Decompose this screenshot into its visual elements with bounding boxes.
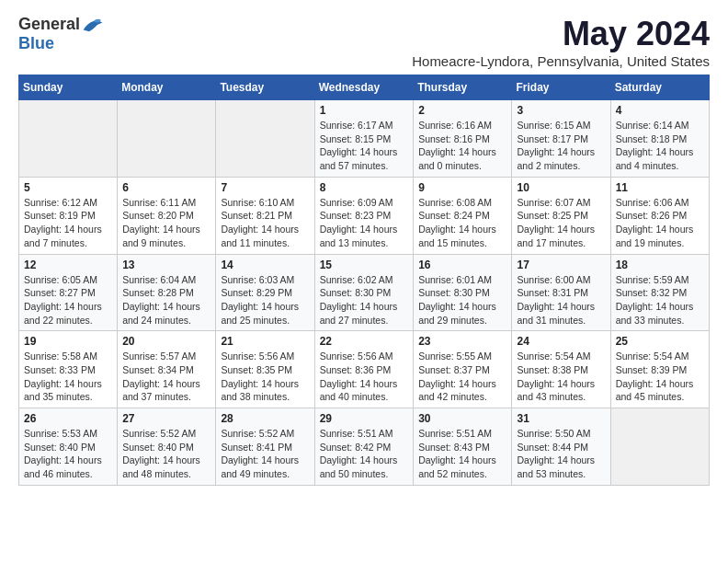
calendar-header-day: Thursday (414, 75, 512, 100)
day-number: 23 (418, 335, 506, 348)
day-info: Sunrise: 5:51 AM Sunset: 8:42 PM Dayligh… (320, 427, 409, 481)
calendar-cell: 25Sunrise: 5:54 AM Sunset: 8:39 PM Dayli… (610, 331, 709, 408)
day-info: Sunrise: 5:57 AM Sunset: 8:34 PM Dayligh… (122, 350, 210, 404)
calendar-header-day: Wednesday (314, 75, 414, 100)
calendar-week-row: 12Sunrise: 6:05 AM Sunset: 8:27 PM Dayli… (19, 254, 710, 331)
subtitle: Homeacre-Lyndora, Pennsylvania, United S… (412, 53, 710, 69)
day-info: Sunrise: 6:16 AM Sunset: 8:16 PM Dayligh… (418, 119, 506, 173)
calendar-week-row: 5Sunrise: 6:12 AM Sunset: 8:19 PM Daylig… (19, 177, 710, 254)
calendar-header-day: Friday (512, 75, 610, 100)
day-info: Sunrise: 6:01 AM Sunset: 8:30 PM Dayligh… (418, 273, 506, 327)
calendar-cell: 11Sunrise: 6:06 AM Sunset: 8:26 PM Dayli… (610, 177, 709, 254)
day-info: Sunrise: 5:53 AM Sunset: 8:40 PM Dayligh… (24, 427, 112, 481)
day-info: Sunrise: 5:58 AM Sunset: 8:33 PM Dayligh… (24, 350, 112, 404)
day-info: Sunrise: 5:50 AM Sunset: 8:44 PM Dayligh… (517, 427, 605, 481)
calendar-cell: 24Sunrise: 5:54 AM Sunset: 8:38 PM Dayli… (512, 331, 610, 408)
calendar-cell: 7Sunrise: 6:10 AM Sunset: 8:21 PM Daylig… (216, 177, 314, 254)
calendar-cell: 9Sunrise: 6:08 AM Sunset: 8:24 PM Daylig… (414, 177, 512, 254)
day-info: Sunrise: 6:11 AM Sunset: 8:20 PM Dayligh… (122, 196, 210, 250)
day-info: Sunrise: 6:05 AM Sunset: 8:27 PM Dayligh… (24, 273, 112, 327)
day-number: 21 (221, 335, 309, 348)
calendar-cell: 10Sunrise: 6:07 AM Sunset: 8:25 PM Dayli… (512, 177, 610, 254)
calendar-cell: 5Sunrise: 6:12 AM Sunset: 8:19 PM Daylig… (19, 177, 118, 254)
day-number: 4 (616, 104, 704, 117)
day-number: 9 (418, 181, 506, 194)
calendar-cell (610, 408, 709, 486)
day-info: Sunrise: 6:06 AM Sunset: 8:26 PM Dayligh… (616, 196, 704, 250)
day-info: Sunrise: 6:08 AM Sunset: 8:24 PM Dayligh… (418, 196, 506, 250)
logo-bird-icon (82, 16, 104, 34)
day-number: 7 (221, 181, 309, 194)
day-info: Sunrise: 6:14 AM Sunset: 8:18 PM Dayligh… (616, 119, 704, 173)
calendar-cell (19, 100, 118, 178)
calendar-cell: 13Sunrise: 6:04 AM Sunset: 8:28 PM Dayli… (118, 254, 216, 331)
logo-general-text: General (18, 15, 80, 34)
day-info: Sunrise: 5:51 AM Sunset: 8:43 PM Dayligh… (418, 427, 506, 481)
title-area: May 2024 Homeacre-Lyndora, Pennsylvania,… (412, 15, 710, 69)
calendar-cell: 27Sunrise: 5:52 AM Sunset: 8:40 PM Dayli… (118, 408, 216, 486)
calendar-cell: 1Sunrise: 6:17 AM Sunset: 8:15 PM Daylig… (314, 100, 414, 178)
calendar-cell: 4Sunrise: 6:14 AM Sunset: 8:18 PM Daylig… (610, 100, 709, 178)
calendar-cell: 12Sunrise: 6:05 AM Sunset: 8:27 PM Dayli… (19, 254, 118, 331)
calendar-header-day: Saturday (610, 75, 709, 100)
day-number: 14 (221, 259, 309, 271)
day-number: 8 (320, 181, 409, 194)
calendar-cell: 2Sunrise: 6:16 AM Sunset: 8:16 PM Daylig… (414, 100, 512, 178)
calendar-cell: 29Sunrise: 5:51 AM Sunset: 8:42 PM Dayli… (314, 408, 414, 486)
calendar-week-row: 19Sunrise: 5:58 AM Sunset: 8:33 PM Dayli… (19, 331, 710, 408)
day-info: Sunrise: 6:00 AM Sunset: 8:31 PM Dayligh… (517, 273, 605, 327)
calendar-header-day: Tuesday (216, 75, 314, 100)
day-number: 22 (320, 335, 409, 348)
day-number: 12 (24, 259, 112, 271)
calendar-cell: 28Sunrise: 5:52 AM Sunset: 8:41 PM Dayli… (216, 408, 314, 486)
day-info: Sunrise: 6:02 AM Sunset: 8:30 PM Dayligh… (320, 273, 409, 327)
calendar-header-day: Monday (118, 75, 216, 100)
day-number: 11 (616, 181, 704, 194)
calendar-cell: 6Sunrise: 6:11 AM Sunset: 8:20 PM Daylig… (118, 177, 216, 254)
calendar-cell: 8Sunrise: 6:09 AM Sunset: 8:23 PM Daylig… (314, 177, 414, 254)
day-number: 26 (24, 412, 112, 425)
day-number: 19 (24, 335, 112, 348)
day-number: 25 (616, 335, 704, 348)
day-number: 5 (24, 181, 112, 194)
day-info: Sunrise: 5:56 AM Sunset: 8:35 PM Dayligh… (221, 350, 309, 404)
calendar-week-row: 26Sunrise: 5:53 AM Sunset: 8:40 PM Dayli… (19, 408, 710, 486)
calendar-cell: 15Sunrise: 6:02 AM Sunset: 8:30 PM Dayli… (314, 254, 414, 331)
day-number: 3 (517, 104, 605, 117)
day-number: 2 (418, 104, 506, 117)
day-number: 17 (517, 259, 605, 271)
day-info: Sunrise: 6:12 AM Sunset: 8:19 PM Dayligh… (24, 196, 112, 250)
day-info: Sunrise: 6:03 AM Sunset: 8:29 PM Dayligh… (221, 273, 309, 327)
calendar-cell: 16Sunrise: 6:01 AM Sunset: 8:30 PM Dayli… (414, 254, 512, 331)
calendar-cell: 26Sunrise: 5:53 AM Sunset: 8:40 PM Dayli… (19, 408, 118, 486)
day-number: 10 (517, 181, 605, 194)
header: General Blue May 2024 Homeacre-Lyndora, … (18, 15, 710, 69)
calendar-cell: 20Sunrise: 5:57 AM Sunset: 8:34 PM Dayli… (118, 331, 216, 408)
day-info: Sunrise: 5:52 AM Sunset: 8:40 PM Dayligh… (122, 427, 210, 481)
calendar-cell: 22Sunrise: 5:56 AM Sunset: 8:36 PM Dayli… (314, 331, 414, 408)
calendar-cell (216, 100, 314, 178)
day-number: 16 (418, 259, 506, 271)
day-number: 31 (517, 412, 605, 425)
day-number: 6 (122, 181, 210, 194)
day-info: Sunrise: 5:55 AM Sunset: 8:37 PM Dayligh… (418, 350, 506, 404)
day-number: 13 (122, 259, 210, 271)
logo: General Blue (18, 15, 104, 53)
day-info: Sunrise: 5:54 AM Sunset: 8:39 PM Dayligh… (616, 350, 704, 404)
day-info: Sunrise: 5:59 AM Sunset: 8:32 PM Dayligh… (616, 273, 704, 327)
day-number: 1 (320, 104, 409, 117)
day-info: Sunrise: 5:54 AM Sunset: 8:38 PM Dayligh… (517, 350, 605, 404)
day-info: Sunrise: 6:07 AM Sunset: 8:25 PM Dayligh… (517, 196, 605, 250)
calendar-cell: 31Sunrise: 5:50 AM Sunset: 8:44 PM Dayli… (512, 408, 610, 486)
day-info: Sunrise: 6:15 AM Sunset: 8:17 PM Dayligh… (517, 119, 605, 173)
day-number: 20 (122, 335, 210, 348)
calendar-cell: 19Sunrise: 5:58 AM Sunset: 8:33 PM Dayli… (19, 331, 118, 408)
day-info: Sunrise: 6:10 AM Sunset: 8:21 PM Dayligh… (221, 196, 309, 250)
day-info: Sunrise: 5:52 AM Sunset: 8:41 PM Dayligh… (221, 427, 309, 481)
calendar-cell: 23Sunrise: 5:55 AM Sunset: 8:37 PM Dayli… (414, 331, 512, 408)
day-number: 28 (221, 412, 309, 425)
day-info: Sunrise: 6:17 AM Sunset: 8:15 PM Dayligh… (320, 119, 409, 173)
day-number: 15 (320, 259, 409, 271)
calendar-header-row: SundayMondayTuesdayWednesdayThursdayFrid… (19, 75, 710, 100)
calendar-cell: 21Sunrise: 5:56 AM Sunset: 8:35 PM Dayli… (216, 331, 314, 408)
